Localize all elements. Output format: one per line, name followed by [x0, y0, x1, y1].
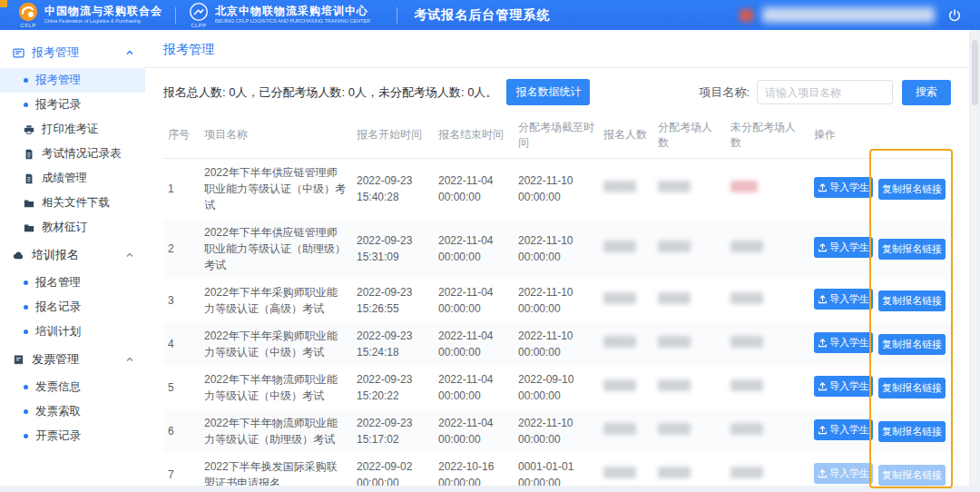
upload-icon: [818, 468, 828, 478]
redacted-value: [730, 241, 763, 252]
column-header: 分配考场人数: [653, 113, 726, 158]
registered-count: [599, 366, 653, 409]
row-index: 5: [163, 366, 200, 409]
user-info-redacted: [762, 7, 935, 23]
sidebar-item-exam-record-sheet[interactable]: 考试情况记录表: [0, 142, 145, 166]
main-content: 报考管理 报名总人数: 0人，已分配考场人数: 0人，未分配考场人数: 0人。 …: [145, 30, 969, 486]
copy-registration-link-button[interactable]: 复制报名链接: [878, 378, 946, 399]
sidebar-item-exam-apply-mgmt[interactable]: 报考管理: [0, 68, 145, 93]
sidebar-item-invoice-request[interactable]: 发票索取: [0, 399, 145, 424]
cflp-logo-caption: CFLP: [20, 23, 35, 28]
unassigned-count: [726, 366, 809, 409]
import-students-label: 导入学生: [829, 336, 869, 349]
registration-table: 序号项目名称报名开始时间报名结束时间分配考场截至时间报名人数分配考场人数未分配考…: [163, 113, 951, 486]
end-time: 2022-11-04 00:00:00: [434, 409, 514, 453]
import-students-button[interactable]: 导入学生: [814, 237, 873, 258]
sidebar-item-label: 发票索取: [35, 404, 81, 419]
header-divider: [175, 7, 176, 24]
registered-count: [599, 322, 653, 366]
sidebar-item-training-plan[interactable]: 培训计划: [0, 320, 145, 344]
header-divider: [397, 7, 397, 24]
logout-button[interactable]: [944, 5, 965, 26]
sidebar-item-enroll-mgmt[interactable]: 报名管理: [0, 271, 145, 295]
redacted-value: [603, 423, 636, 435]
sidebar-section-invoice[interactable]: 发票管理: [0, 344, 145, 375]
project-name: 2022下半年换发国际采购联盟证书申请报名: [200, 453, 352, 486]
allocation-deadline: 0001-01-01 00:00:00: [514, 453, 599, 486]
breadcrumb: 报考管理: [145, 30, 969, 68]
sidebar-section-exam-apply[interactable]: 报考管理: [0, 37, 145, 68]
end-time: 2022-10-16 00:00:00: [434, 453, 514, 486]
vertical-scrollbar[interactable]: [972, 36, 978, 485]
redacted-value: [603, 379, 636, 391]
org1-subtitle: China Federation of Logistics & Purchasi…: [44, 18, 153, 24]
scrollbar-thumb[interactable]: [972, 40, 978, 105]
copy-registration-link-button[interactable]: 复制报名链接: [878, 179, 946, 200]
copy-registration-link-button[interactable]: 复制报名链接: [878, 465, 946, 486]
operations-cell: 导入学生复制报名链接: [809, 279, 951, 322]
end-time: 2022-11-04 00:00:00: [434, 279, 514, 322]
import-students-button[interactable]: 导入学生: [814, 177, 873, 198]
system-title: 考试报名后台管理系统: [414, 7, 550, 24]
import-students-button[interactable]: 导入学生: [814, 376, 873, 397]
column-header: 未分配考场人数: [726, 113, 809, 158]
registered-count: [599, 453, 653, 486]
import-students-button[interactable]: 导入学生: [814, 419, 873, 440]
card-icon: [13, 47, 24, 59]
import-students-label: 导入学生: [829, 292, 869, 306]
sidebar-item-enroll-records[interactable]: 报名记录: [0, 295, 145, 320]
redacted-value: [730, 379, 763, 391]
operations-cell: 导入学生复制报名链接: [809, 158, 951, 219]
row-index: 4: [163, 322, 200, 366]
project-name: 2022年下半年物流师职业能力等级认证（助理级）考试: [200, 409, 352, 453]
sidebar-section-training-enroll[interactable]: 培训报名: [0, 240, 145, 271]
org1-name: 中国物流与采购联合会: [44, 5, 162, 18]
import-students-label: 导入学生: [829, 467, 869, 480]
upload-icon: [818, 338, 828, 348]
project-name: 2022年下半年供应链管理师职业能力等级认证（助理级）考试: [200, 219, 352, 279]
search-button[interactable]: 搜索: [902, 80, 951, 105]
sidebar-item-label: 培训计划: [35, 324, 81, 339]
upload-icon: [818, 381, 828, 391]
import-students-button[interactable]: 导入学生: [814, 289, 873, 310]
import-students-button[interactable]: 导入学生: [814, 332, 873, 353]
clpp-logo-caption: CLPP: [191, 23, 207, 28]
search-area: 项目名称: 搜索: [699, 80, 951, 105]
sidebar-item-invoice-info[interactable]: 发票信息: [0, 375, 145, 399]
allocation-deadline: 2022-11-10 00:00:00: [514, 158, 599, 219]
sidebar-item-score-mgmt[interactable]: 成绩管理: [0, 166, 145, 191]
copy-registration-link-button[interactable]: 复制报名链接: [878, 290, 946, 311]
start-time: 2022-09-23 15:24:18: [352, 322, 434, 366]
end-time: 2022-11-04 00:00:00: [434, 219, 514, 279]
operations-cell: 导入学生复制报名链接: [809, 409, 951, 453]
stats-row: 报名总人数: 0人，已分配考场人数: 0人，未分配考场人数: 0人。 报名数据统…: [163, 79, 951, 105]
redacted-value: [658, 241, 691, 252]
stats-report-button[interactable]: 报名数据统计: [506, 79, 590, 105]
sidebar-item-exam-apply-records[interactable]: 报考记录: [0, 93, 145, 117]
project-name-input[interactable]: [757, 80, 893, 104]
redacted-value: [658, 336, 691, 348]
project-name: 2022年下半年采购师职业能力等级认证（高级）考试: [200, 279, 352, 322]
invoice-icon: [13, 354, 24, 366]
copy-link-label: 复制报名链接: [882, 294, 942, 308]
sidebar-item-invoice-records[interactable]: 开票记录: [0, 424, 145, 448]
import-students-button[interactable]: 导入学生: [814, 463, 873, 484]
column-header: 项目名称: [200, 113, 352, 158]
copy-registration-link-button[interactable]: 复制报名链接: [878, 334, 946, 355]
import-students-label: 导入学生: [829, 181, 869, 194]
allocation-deadline: 2022-11-10 00:00:00: [514, 322, 599, 366]
upload-icon: [818, 425, 828, 435]
project-name: 2022年下半年供应链管理师职业能力等级认证（中级）考试: [200, 158, 352, 219]
redacted-value: [730, 336, 763, 348]
column-header: 报名结束时间: [434, 113, 514, 158]
row-index: 6: [163, 409, 200, 453]
copy-registration-link-button[interactable]: 复制报名链接: [878, 421, 946, 442]
assigned-count: [653, 158, 726, 219]
chevron-up-icon: [125, 48, 134, 57]
registered-count: [599, 409, 653, 453]
sidebar-item-file-download[interactable]: 相关文件下载: [0, 191, 145, 215]
upload-icon: [818, 242, 828, 252]
sidebar-item-textbook-order[interactable]: 教材征订: [0, 215, 145, 240]
copy-registration-link-button[interactable]: 复制报名链接: [878, 239, 946, 260]
sidebar-item-print-admission-ticket[interactable]: 打印准考证: [0, 117, 145, 142]
